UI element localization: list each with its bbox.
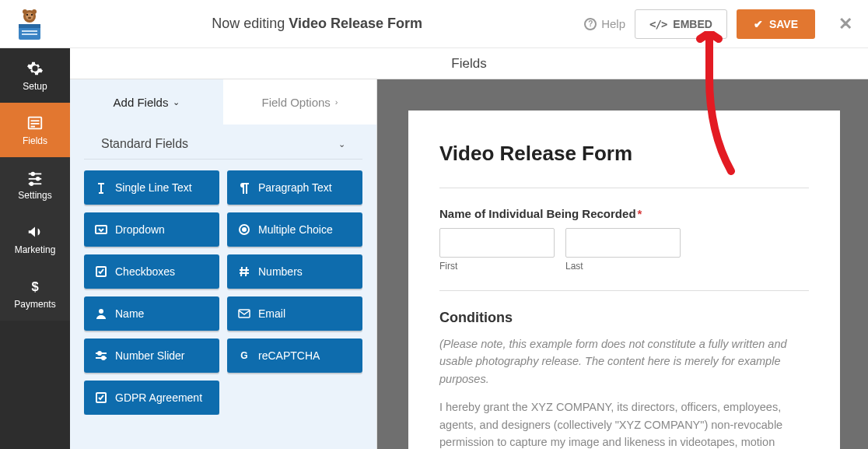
svg-point-3 [26,12,33,20]
field-label: Checkboxes [115,265,175,278]
field-checkboxes[interactable]: Checkboxes [84,254,219,289]
form-icon [26,114,44,132]
name-row: First Last [439,228,809,272]
help-label: Help [601,17,625,30]
field-label: Multiple Choice [258,223,333,236]
divider [439,188,809,188]
sidenav-item-payments[interactable]: $ Payments [0,266,70,321]
field-multiple-choice[interactable]: Multiple Choice [227,212,362,247]
slider-icon [95,349,107,362]
svg-point-30 [99,309,103,314]
fields-panel: Add Fields ⌄ Field Options › Standard Fi… [70,79,377,449]
tab-add-fields[interactable]: Add Fields ⌄ [70,79,223,125]
field-gdpr-agreement[interactable]: GDPR Agreement [84,381,219,415]
divider [439,290,809,291]
app-logo[interactable] [9,4,50,44]
field-label: Name [115,307,144,320]
label-text: Name of Individual Being Recorded [439,207,636,220]
field-numbers[interactable]: Numbers [227,254,362,289]
editing-label: Now editing [212,16,285,31]
recaptcha-g-icon: G [238,349,250,362]
svg-line-26 [241,267,242,276]
radio-icon [238,223,250,236]
check-icon: ✔ [754,18,763,30]
close-icon[interactable]: ✕ [838,14,852,34]
topbar: Now editing Video Release Form ? Help </… [0,0,868,48]
field-label: Number Slider [115,349,184,362]
first-name-input[interactable] [439,228,555,258]
field-label: Single Line Text [115,181,192,194]
svg-rect-22 [96,226,107,233]
last-sublabel: Last [565,261,681,272]
embed-button[interactable]: </> EMBED [635,9,727,39]
field-name[interactable]: Name [84,296,219,331]
sidenav-item-fields[interactable]: Fields [0,103,70,157]
help-icon: ? [584,18,597,30]
field-label: Numbers [258,265,303,278]
field-single-line-text[interactable]: Single Line Text [84,170,219,205]
conditions-note: (Please note, this example form does not… [439,335,809,388]
embed-icon: </> [649,18,667,30]
sidenav-label: Fields [23,135,47,146]
tab-label: Add Fields [114,96,169,109]
chevron-right-icon: › [335,97,338,107]
svg-point-24 [242,227,247,232]
conditions-title: Conditions [439,310,809,326]
form-name: Video Release Form [289,16,422,31]
sidenav-label: Payments [14,299,55,310]
field-email[interactable]: Email [227,296,362,331]
form-preview: Video Release Form Name of Individual Be… [377,79,868,449]
gear-icon [26,60,44,77]
svg-rect-8 [19,24,40,28]
field-paragraph-text[interactable]: Paragraph Text [227,170,362,205]
dropdown-icon [95,223,107,236]
svg-point-2 [32,9,37,14]
last-name-input[interactable] [565,228,681,258]
sidenav: Setup Fields Settings Marketing $ Paymen… [0,48,70,449]
name-field-label: Name of Individual Being Recorded* [439,207,809,220]
field-label: Paragraph Text [258,181,332,194]
svg-text:$: $ [31,279,38,293]
svg-line-27 [246,267,247,276]
field-label: Dropdown [115,223,165,236]
chevron-down-icon: ⌄ [338,139,345,149]
section-label: Standard Fields [101,137,188,151]
hash-icon [238,265,250,278]
first-sublabel: First [439,261,555,272]
field-number-slider[interactable]: Number Slider [84,339,219,373]
sidenav-label: Setup [23,81,47,92]
field-dropdown[interactable]: Dropdown [84,212,219,247]
svg-rect-10 [22,33,37,35]
form-title: Video Release Form [439,142,809,166]
svg-point-33 [98,352,101,355]
sidenav-item-settings[interactable]: Settings [0,157,70,212]
section-standard-fields[interactable]: Standard Fields ⌄ [84,125,362,160]
svg-point-18 [37,177,40,181]
sidenav-item-setup[interactable]: Setup [0,48,70,103]
sidenav-label: Settings [18,190,51,201]
required-asterisk: * [638,207,642,220]
field-recaptcha[interactable]: G reCAPTCHA [227,339,362,373]
svg-point-16 [31,172,34,175]
text-cursor-icon [95,181,107,194]
sliders-icon [26,169,44,186]
field-label: Email [258,307,285,320]
field-grid: Single Line Text Paragraph Text Dropdown… [70,170,376,415]
embed-label: EMBED [673,18,712,30]
checkbox-icon [95,391,107,404]
panel-tabs: Add Fields ⌄ Field Options › [70,79,376,125]
topbar-title: Now editing Video Release Form [50,16,584,32]
checkbox-icon [95,265,107,278]
save-button[interactable]: ✔ SAVE [737,9,815,39]
sidenav-item-marketing[interactable]: Marketing [0,212,70,266]
svg-point-4 [26,14,28,16]
dollar-icon: $ [26,278,44,295]
tab-field-options[interactable]: Field Options › [223,79,376,125]
save-label: SAVE [769,18,798,30]
field-label: GDPR Agreement [115,391,202,404]
field-label: reCAPTCHA [258,349,320,362]
bullhorn-icon [26,223,44,240]
help-link[interactable]: ? Help [584,17,625,30]
paragraph-icon [238,181,250,194]
svg-point-35 [102,356,105,360]
